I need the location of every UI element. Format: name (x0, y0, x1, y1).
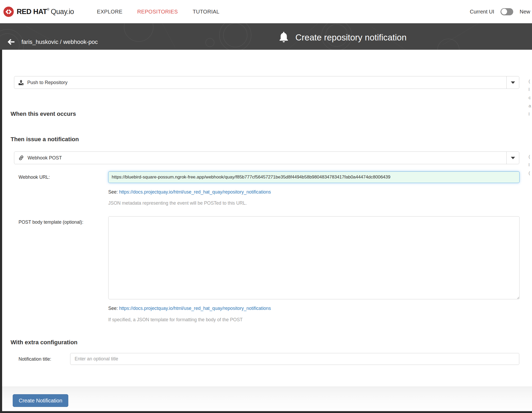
toggle-knob (501, 9, 507, 15)
page-title: Create repository notification (295, 33, 407, 43)
caret-down-icon (511, 81, 515, 84)
bell-icon (278, 32, 289, 43)
post-body-docs-link[interactable]: https://docs.projectquay.io/html/use_red… (119, 306, 271, 311)
back-arrow-icon[interactable] (7, 39, 15, 45)
method-select-value: Webhook POST (14, 155, 506, 161)
post-body-textarea[interactable] (108, 216, 520, 299)
breadcrumb[interactable]: faris_huskovic / webhook-poc (21, 39, 98, 45)
event-section-heading: When this event occurs (11, 111, 76, 117)
page-header: faris_huskovic / webhook-poc Create repo… (0, 23, 532, 50)
method-select[interactable]: Webhook POST (14, 152, 519, 164)
brand-text: RED HAT®Quay.io (17, 8, 74, 16)
event-select[interactable]: Push to Repository (14, 76, 519, 89)
backdrop-bottom-strip (0, 411, 532, 413)
see-prefix: See: (108, 306, 118, 311)
primary-nav: EXPLORE REPOSITORIES TUTORIAL (97, 0, 219, 23)
nav-link-explore[interactable]: EXPLORE (97, 9, 123, 15)
caret-down-icon (511, 157, 515, 159)
event-select-label: Push to Repository (27, 80, 67, 85)
red-hat-logo-icon (3, 6, 14, 17)
nav-link-repositories[interactable]: REPOSITORIES (137, 9, 178, 15)
event-select-caret-button[interactable] (506, 76, 519, 89)
title-block: Create repository notification (278, 32, 407, 43)
notification-title-input[interactable] (70, 353, 519, 365)
post-body-help-text: If specified, a JSON template for format… (108, 317, 243, 323)
brand[interactable]: RED HAT®Quay.io (3, 0, 74, 23)
clipped-help-text: ( l ( (529, 153, 532, 177)
method-select-caret-button[interactable] (506, 152, 519, 164)
current-ui-label: Current UI (470, 9, 494, 15)
webhook-help-text: JSON metadata representing the event wil… (108, 200, 247, 206)
extra-config-heading: With extra configuration (11, 339, 78, 346)
notification-form-panel: When this event occurs Push to Repositor… (2, 50, 532, 411)
ui-toggle-group: Current UI New (470, 0, 530, 23)
form-footer: Create Notification (2, 387, 532, 411)
upload-icon (18, 80, 24, 85)
notification-title-label: Notification title: (19, 356, 51, 362)
clipped-help-text: ( l c a l (529, 77, 532, 118)
top-navbar: RED HAT®Quay.io EXPLORE REPOSITORIES TUT… (0, 0, 532, 23)
post-body-label: POST body template (optional): (19, 219, 83, 225)
nav-link-tutorial[interactable]: TUTORIAL (193, 9, 219, 15)
new-ui-label: New (520, 9, 530, 15)
webhook-see-line: See: https://docs.projectquay.io/html/us… (108, 189, 271, 195)
webhook-url-label: Webhook URL: (19, 175, 50, 180)
create-notification-button[interactable]: Create Notification (13, 394, 68, 407)
webhook-url-input[interactable] (108, 171, 520, 183)
post-body-see-line: See: https://docs.projectquay.io/html/us… (108, 306, 271, 311)
see-prefix: See: (108, 189, 118, 195)
method-select-label: Webhook POST (28, 155, 62, 161)
ui-version-toggle[interactable] (501, 8, 513, 15)
event-select-value: Push to Repository (14, 80, 506, 85)
webhook-docs-link[interactable]: https://docs.projectquay.io/html/use_red… (119, 189, 271, 195)
breadcrumb-row: faris_huskovic / webhook-poc (7, 39, 98, 45)
link-icon (18, 155, 24, 161)
method-section-heading: Then issue a notification (11, 136, 79, 143)
